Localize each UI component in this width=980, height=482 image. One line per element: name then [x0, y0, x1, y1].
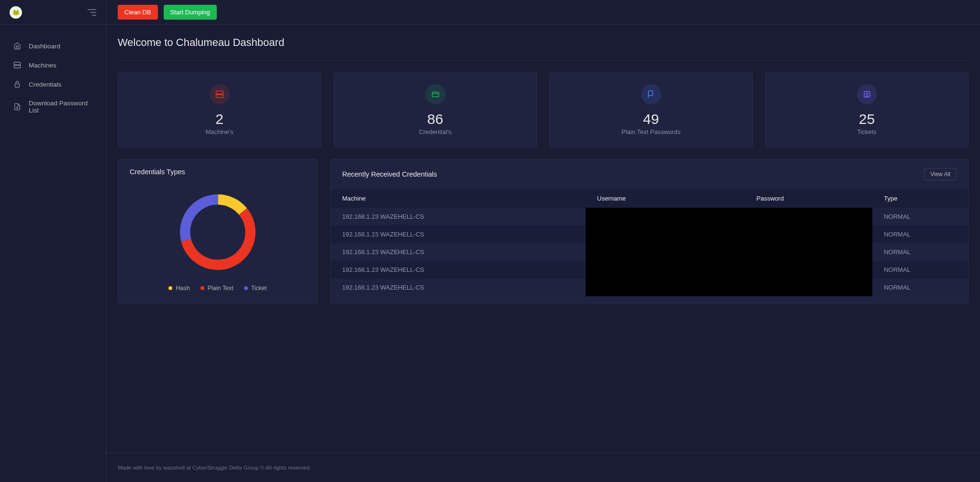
- stat-label: Plain Text Passwords: [622, 128, 680, 135]
- stat-card-tickets: 25 Tickets: [765, 72, 969, 147]
- legend-label: Plain Text: [208, 285, 234, 291]
- panel-header: Recently Received Credentials View All: [331, 159, 968, 189]
- chart-body: Hash Plain Text Ticket: [118, 184, 317, 303]
- menu-toggle-icon[interactable]: [88, 9, 96, 16]
- col-type: Type: [872, 189, 968, 208]
- stat-value: 49: [643, 111, 659, 127]
- svg-rect-9: [432, 92, 439, 97]
- cell-password-redacted: [745, 208, 872, 225]
- panel-title: Recently Received Credentials: [342, 170, 437, 178]
- clean-db-button[interactable]: Clean DB: [118, 5, 158, 20]
- sidebar-header: 🐸: [0, 0, 106, 25]
- donut-chart: [175, 189, 261, 275]
- table-row[interactable]: 192.168.1.23 WAZEHELL-CSNORMAL: [331, 261, 968, 279]
- legend-dot: [168, 286, 172, 290]
- app-logo[interactable]: 🐸: [10, 6, 22, 19]
- svg-rect-0: [14, 62, 20, 65]
- cell-password-redacted: [745, 279, 872, 296]
- cell-password-redacted: [745, 225, 872, 243]
- sidebar-item-label: Machines: [29, 62, 56, 69]
- panel-header: Credentials Types: [118, 159, 317, 184]
- cell-username-redacted: [586, 243, 745, 261]
- server-icon: [13, 61, 21, 69]
- topbar: Clean DB Start Dumping: [106, 0, 980, 25]
- cell-password-redacted: [745, 243, 872, 261]
- footer-text: Made with love by wazehell at CyberStrug…: [118, 465, 311, 471]
- legend-item-ticket: Ticket: [244, 285, 267, 291]
- stat-value: 25: [859, 111, 875, 127]
- home-icon: [13, 42, 21, 50]
- stats-row: 2 Machine's 86 Credential's 49 Plain Tex…: [118, 72, 969, 147]
- file-icon: [13, 103, 21, 111]
- svg-rect-8: [216, 95, 223, 98]
- sidebar-item-machines[interactable]: Machines: [0, 56, 106, 75]
- legend-label: Hash: [176, 285, 189, 291]
- legend-label: Ticket: [251, 285, 267, 291]
- table-row[interactable]: 192.168.1.23 WAZEHELL-CSNORMAL: [331, 279, 968, 296]
- main: Clean DB Start Dumping Welcome to Chalum…: [106, 0, 980, 482]
- credentials-types-panel: Credentials Types Hash: [118, 159, 318, 303]
- table-row[interactable]: 192.168.1.23 WAZEHELL-CSNORMAL: [331, 208, 968, 225]
- page-title: Welcome to Chalumeau Dashboard: [118, 36, 969, 61]
- svg-point-16: [185, 200, 250, 265]
- sidebar-item-label: Credentials: [29, 81, 61, 88]
- start-dumping-button[interactable]: Start Dumping: [164, 5, 217, 20]
- list-icon: [857, 84, 877, 104]
- panel-title: Credentials Types: [130, 168, 185, 176]
- cell-machine: 192.168.1.23 WAZEHELL-CS: [331, 208, 586, 225]
- cell-type: NORMAL: [872, 208, 968, 225]
- recent-credentials-panel: Recently Received Credentials View All M…: [330, 159, 969, 303]
- cell-username-redacted: [586, 208, 745, 225]
- stat-value: 86: [427, 111, 443, 127]
- stat-label: Credential's: [419, 128, 451, 135]
- panels-row: Credentials Types Hash: [118, 159, 969, 303]
- server-icon: [210, 84, 230, 104]
- cell-machine: 192.168.1.23 WAZEHELL-CS: [331, 243, 586, 261]
- flag-icon: [641, 84, 661, 104]
- sidebar-item-label: Download Password List: [29, 100, 92, 114]
- stat-card-plaintext: 49 Plain Text Passwords: [549, 72, 753, 147]
- chart-legend: Hash Plain Text Ticket: [168, 285, 267, 291]
- sidebar: 🐸 Dashboard Machines Credentials: [0, 0, 106, 482]
- svg-rect-7: [216, 91, 223, 94]
- stat-label: Machine's: [205, 128, 233, 135]
- legend-dot: [244, 286, 248, 290]
- cell-machine: 192.168.1.23 WAZEHELL-CS: [331, 279, 586, 296]
- cell-machine: 192.168.1.23 WAZEHELL-CS: [331, 225, 586, 243]
- cell-type: NORMAL: [872, 243, 968, 261]
- cell-type: NORMAL: [872, 225, 968, 243]
- credentials-table: Machine Username Password Type 192.168.1…: [331, 189, 968, 296]
- sidebar-nav: Dashboard Machines Credentials Download …: [0, 25, 106, 131]
- cell-type: NORMAL: [872, 279, 968, 296]
- cell-username-redacted: [586, 225, 745, 243]
- col-username: Username: [586, 189, 745, 208]
- legend-item-hash: Hash: [168, 285, 189, 291]
- sidebar-item-credentials[interactable]: Credentials: [0, 75, 106, 94]
- sidebar-item-download-password-list[interactable]: Download Password List: [0, 94, 106, 120]
- content: Welcome to Chalumeau Dashboard 2 Machine…: [106, 25, 980, 453]
- credential-icon: [425, 84, 445, 104]
- cell-username-redacted: [586, 279, 745, 296]
- svg-rect-1: [14, 66, 20, 68]
- table-row[interactable]: 192.168.1.23 WAZEHELL-CSNORMAL: [331, 243, 968, 261]
- col-machine: Machine: [331, 189, 586, 208]
- svg-rect-4: [15, 84, 19, 87]
- legend-item-plaintext: Plain Text: [200, 285, 234, 291]
- lock-icon: [13, 80, 21, 88]
- col-password: Password: [745, 189, 872, 208]
- view-all-button[interactable]: View All: [924, 168, 957, 180]
- stat-card-credentials: 86 Credential's: [334, 72, 537, 147]
- stat-card-machines: 2 Machine's: [118, 72, 321, 147]
- cell-type: NORMAL: [872, 261, 968, 279]
- footer: Made with love by wazehell at CyberStrug…: [106, 453, 980, 482]
- sidebar-item-label: Dashboard: [29, 43, 60, 50]
- stat-value: 2: [215, 111, 223, 127]
- cell-password-redacted: [745, 261, 872, 279]
- cell-username-redacted: [586, 261, 745, 279]
- sidebar-item-dashboard[interactable]: Dashboard: [0, 36, 106, 56]
- legend-dot: [200, 286, 204, 290]
- stat-label: Tickets: [857, 128, 877, 135]
- table-row[interactable]: 192.168.1.23 WAZEHELL-CSNORMAL: [331, 225, 968, 243]
- cell-machine: 192.168.1.23 WAZEHELL-CS: [331, 261, 586, 279]
